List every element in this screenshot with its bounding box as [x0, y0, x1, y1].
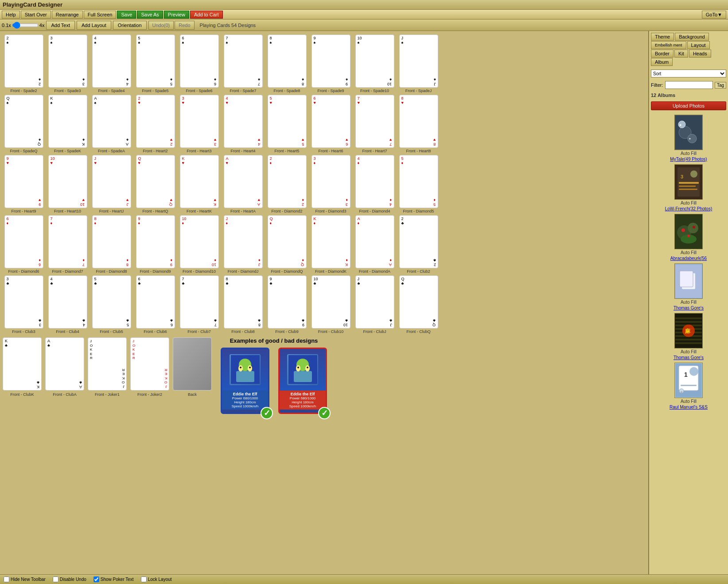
playing-card[interactable]: 8♣8♣ [224, 275, 263, 329]
playing-card[interactable]: 2♥2♥ [136, 95, 175, 148]
playing-card[interactable]: 7♥7♥ [355, 95, 394, 148]
card-item-back[interactable] [173, 337, 212, 391]
redo-button[interactable]: Redo [175, 21, 194, 30]
tab-background[interactable]: Background [675, 33, 709, 41]
tab-heads[interactable]: Heads [689, 50, 711, 58]
playing-card[interactable]: J♠J♠ [399, 35, 438, 88]
playing-card[interactable]: J♦J♦ [224, 215, 263, 268]
playing-card[interactable]: 4♥4♥ [224, 95, 263, 148]
playing-card[interactable]: 3♣3♣ [4, 275, 43, 329]
playing-card[interactable]: 10♥10♥ [48, 155, 87, 208]
playing-card[interactable]: 5♦5♦ [399, 155, 438, 208]
filter-input[interactable] [665, 81, 713, 89]
album-thumb-1[interactable]: ★ ✦ [674, 115, 703, 150]
playing-card[interactable]: 8♦8♦ [92, 215, 131, 268]
playing-card[interactable]: K♥K♥ [180, 155, 219, 208]
good-example-card[interactable]: Eddie the Elf Power 680/1000 Height 180c… [221, 348, 269, 414]
full-screen-button[interactable]: Full Screen [84, 11, 117, 19]
album-name-2[interactable]: LoW-French(32 Photos) [665, 206, 712, 211]
save-as-button[interactable]: Save As [137, 11, 163, 19]
playing-card[interactable]: 5♣5♣ [92, 275, 131, 329]
show-poker-checkbox[interactable] [93, 576, 99, 582]
tab-border[interactable]: Border [651, 50, 673, 58]
playing-card[interactable]: A♦A♦ [355, 215, 394, 268]
album-name-3[interactable]: Abracadabeurk(56 [670, 256, 707, 261]
album-thumb-6[interactable]: 1 ☺ [674, 363, 703, 398]
hide-toolbar-checkbox[interactable] [4, 576, 9, 582]
start-over-button[interactable]: Start Over [21, 11, 51, 19]
card-item[interactable]: JOKER JOKER [130, 337, 169, 391]
orientation-button[interactable]: Orientation [113, 21, 147, 30]
playing-card[interactable]: Q♥Q♥ [136, 155, 175, 208]
playing-card[interactable]: 10♦10♦ [180, 215, 219, 268]
playing-card[interactable]: 7♠7♠ [224, 35, 263, 88]
rearrange-button[interactable]: Rearrange [52, 11, 83, 19]
playing-card[interactable]: Q♣Q♣ [399, 275, 438, 329]
playing-card[interactable]: 2♣2♣ [399, 215, 438, 268]
playing-card[interactable]: A♥A♥ [224, 155, 263, 208]
card-item[interactable]: K♣ K♣ [3, 337, 42, 391]
album-name-1[interactable]: MyTale(49 Photos) [670, 157, 707, 162]
scale-slider[interactable] [12, 23, 39, 28]
playing-card[interactable]: 7♣7♣ [180, 275, 219, 329]
playing-card[interactable]: 2♠2♠ [4, 35, 43, 88]
save-button[interactable]: Save [117, 11, 136, 19]
playing-card[interactable]: 7♦7♦ [48, 215, 87, 268]
sort-dropdown[interactable]: Sort [651, 70, 726, 77]
tab-layout[interactable]: Layout [687, 41, 710, 49]
album-thumb-2[interactable]: 3 [674, 164, 703, 200]
bad-example-card[interactable]: Eddie the Elf Power 680/1000 Height 180c… [278, 348, 327, 414]
playing-card[interactable]: 5♥5♥ [268, 95, 307, 148]
playing-card[interactable]: K♠K♠ [48, 95, 87, 148]
playing-card[interactable]: 2♦2♦ [268, 155, 307, 208]
card-item[interactable]: JOKER JOKER [88, 337, 127, 391]
playing-card[interactable]: J♥J♥ [92, 155, 131, 208]
playing-card[interactable]: 5♠5♠ [136, 35, 175, 88]
playing-card[interactable]: 6♥6♥ [311, 95, 350, 148]
album-thumb-3[interactable] [674, 214, 703, 249]
playing-card[interactable]: K♦K♦ [311, 215, 350, 268]
add-text-button[interactable]: Add Text [46, 21, 75, 30]
upload-photos-button[interactable]: Upload Photos [651, 101, 726, 110]
playing-card[interactable]: 9♠9♠ [311, 35, 350, 88]
lock-layout-checkbox[interactable] [141, 576, 147, 582]
playing-card[interactable]: 6♠6♠ [180, 35, 219, 88]
tab-kit[interactable]: Kit [674, 50, 688, 58]
add-to-cart-button[interactable]: Add to Cart [190, 11, 223, 19]
playing-card[interactable]: 8♠8♠ [268, 35, 307, 88]
playing-card[interactable]: 9♥9♥ [4, 155, 43, 208]
playing-card[interactable]: 4♣4♣ [48, 275, 87, 329]
tab-embellishment[interactable]: Embellish ment [651, 41, 686, 49]
album-name-4[interactable]: Thomas Gore's [673, 306, 704, 310]
preview-button[interactable]: Preview [164, 11, 189, 19]
playing-card[interactable]: 3♠3♠ [48, 35, 87, 88]
playing-card[interactable]: 3♥3♥ [180, 95, 219, 148]
playing-card[interactable]: 9♣9♣ [268, 275, 307, 329]
card-item[interactable]: A♣ A♣ [45, 337, 84, 391]
playing-card[interactable]: 6♦6♦ [4, 215, 43, 268]
album-thumb-4[interactable] [674, 263, 703, 299]
playing-card[interactable]: J♣J♣ [355, 275, 394, 329]
playing-card[interactable]: 3♦3♦ [311, 155, 350, 208]
help-button[interactable]: Help [2, 11, 20, 19]
playing-card[interactable]: 4♠4♠ [92, 35, 131, 88]
album-thumb-5[interactable]: 麻 [674, 313, 703, 348]
goto-button[interactable]: GoTo▼ [702, 11, 726, 19]
playing-card[interactable]: Q♦Q♦ [268, 215, 307, 268]
undo-button[interactable]: Undo(0) [148, 21, 174, 30]
playing-card[interactable]: 4♦4♦ [355, 155, 394, 208]
playing-card[interactable]: A♠A♠ [92, 95, 131, 148]
disable-undo-checkbox[interactable] [53, 576, 58, 582]
playing-card[interactable]: 10♣10♣ [311, 275, 350, 329]
tab-theme[interactable]: Theme [651, 33, 674, 41]
playing-card[interactable]: Q♠Q♠ [4, 95, 43, 148]
tab-album[interactable]: Album [651, 58, 673, 66]
add-layout-button[interactable]: Add Layout [77, 21, 111, 30]
album-name-6[interactable]: Raul Manuel's S&S [670, 405, 708, 410]
album-name-5[interactable]: Thomas Gore's [673, 355, 704, 360]
playing-card[interactable]: 8♥8♥ [399, 95, 438, 148]
playing-card[interactable]: 10♠10♠ [355, 35, 394, 88]
playing-card[interactable]: 9♦9♦ [136, 215, 175, 268]
tag-button[interactable]: Tag [715, 82, 726, 89]
playing-card[interactable]: 6♣6♣ [136, 275, 175, 329]
